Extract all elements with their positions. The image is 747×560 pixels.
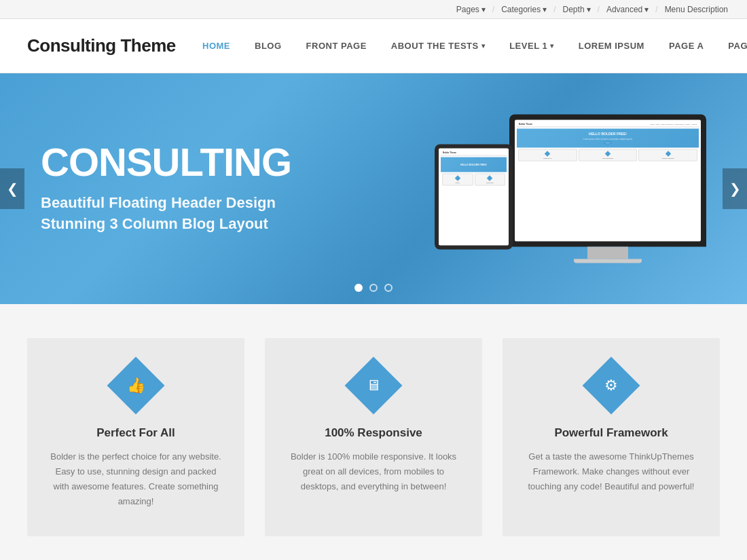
feature-card-3: ⚙ Powerful Framework Get a taste the awe… <box>503 338 720 536</box>
divider-4: / <box>654 5 659 14</box>
hero-slider: ❮ CONSULTING Beautiful Floating Header D… <box>0 73 747 304</box>
divider-3: / <box>596 5 601 14</box>
admin-pages[interactable]: Pages ▾ <box>451 5 491 14</box>
nav-home[interactable]: HOME <box>190 41 242 51</box>
nav-lorem-ipsum[interactable]: LOREM IPSUM <box>566 41 657 51</box>
mini-tablet-cards: Perfect Responsive <box>441 174 507 186</box>
prev-arrow-icon: ❮ <box>7 181 18 197</box>
site-logo[interactable]: Consulting Theme <box>27 35 190 56</box>
mini-tablet-card-1: Perfect <box>442 174 473 186</box>
divider-1: / <box>491 5 496 14</box>
mini-nav-item: BLOG <box>656 124 660 126</box>
gear-icon: ⚙ <box>604 377 618 394</box>
feature-card-1: 👍 Perfect For All Bolder is the perfect … <box>27 338 244 536</box>
mini-cards: Perfect For All 100% Responsive Powerful… <box>517 149 699 162</box>
mini-card-3: Powerful Framework <box>638 149 697 162</box>
mini-btn: Button <box>604 141 612 145</box>
mini-hero-subtitle: Lorem ipsum dolor sit amet, consectetur … <box>583 138 632 141</box>
tablet-mockup: Bolder Theme HELLO BOLDER FREE! Perfect <box>435 145 513 250</box>
feature-desc-2: Bolder is 100% mobile responsive. It loo… <box>285 449 462 494</box>
slider-dot-1[interactable] <box>354 284 363 292</box>
next-arrow-icon: ❯ <box>729 181 741 197</box>
monitor-icon: 🖥 <box>366 377 381 394</box>
depth-arrow: ▾ <box>587 5 591 14</box>
feature-desc-3: Get a taste the awesome ThinkUpThemes Fr… <box>523 449 699 494</box>
mini-site-monitor: Bolder Theme HOME BLOG ABOUT THE TESTS L… <box>515 120 701 164</box>
feature-icon-2: 🖥 <box>345 357 403 415</box>
mini-tablet-hero: HELLO BOLDER FREE! <box>441 157 507 172</box>
feature-title-1: Perfect For All <box>96 426 175 440</box>
mini-hero-title: HELLO BOLDER FREE! <box>583 132 632 136</box>
mini-tablet-card-text-2: Responsive <box>477 182 504 184</box>
mini-hero-text: HELLO BOLDER FREE! Lorem ipsum dolor sit… <box>583 132 632 145</box>
admin-bar: Pages ▾ / Categories ▾ / Depth ▾ / Advan… <box>0 0 747 19</box>
slider-prev-button[interactable]: ❮ <box>0 168 24 209</box>
mini-card-text-3: Powerful Framework <box>640 157 695 160</box>
mini-tablet-diamond-1 <box>455 175 460 181</box>
admin-advanced[interactable]: Advanced ▾ <box>601 5 654 14</box>
admin-depth[interactable]: Depth ▾ <box>558 5 596 14</box>
thumbs-up-icon: 👍 <box>127 377 145 394</box>
admin-menu-description[interactable]: Menu Description <box>659 5 733 14</box>
advanced-arrow: ▾ <box>644 5 649 14</box>
mini-tablet-header: Bolder Theme <box>441 151 507 156</box>
slider-next-button[interactable]: ❯ <box>723 168 747 209</box>
feature-icon-3: ⚙ <box>583 357 640 415</box>
admin-categories[interactable]: Categories ▾ <box>496 5 552 14</box>
slider-dot-2[interactable] <box>369 284 378 292</box>
depth-label: Depth <box>563 5 585 14</box>
hero-subtitle-line1: Beautiful Floating Header Design <box>41 193 291 214</box>
mini-tablet-diamond-2 <box>487 175 492 181</box>
hero-title: CONSULTING <box>41 143 291 182</box>
slider-dot-3[interactable] <box>384 284 393 292</box>
mini-tablet-hero-text: HELLO BOLDER FREE! <box>460 163 487 166</box>
tablet-outer: Bolder Theme HELLO BOLDER FREE! Perfect <box>435 145 513 250</box>
feature-icon-1: 👍 <box>107 357 165 415</box>
menu-description-label: Menu Description <box>665 5 728 14</box>
nav-about-tests[interactable]: ABOUT THE TESTS ▾ <box>379 41 497 51</box>
mini-nav-item: ABOUT THE TESTS <box>661 124 673 126</box>
pages-arrow: ▾ <box>481 5 486 14</box>
mini-site-tablet: Bolder Theme HELLO BOLDER FREE! Perfect <box>439 149 509 188</box>
mini-nav: HOME BLOG ABOUT THE TESTS LOREM IPSUM PA… <box>651 124 697 126</box>
about-tests-arrow: ▾ <box>481 42 486 50</box>
monitor-screen-inner: Bolder Theme HOME BLOG ABOUT THE TESTS L… <box>515 120 701 242</box>
monitor-stand <box>587 247 628 259</box>
hero-devices: Bolder Theme HOME BLOG ABOUT THE TESTS L… <box>509 115 706 263</box>
mini-hero: HELLO BOLDER FREE! Lorem ipsum dolor sit… <box>517 129 699 148</box>
level1-arrow: ▾ <box>550 42 554 50</box>
feature-title-2: 100% Responsive <box>325 426 422 440</box>
advanced-label: Advanced <box>606 5 642 14</box>
feature-title-3: Powerful Framework <box>554 426 668 440</box>
feature-card-2: 🖥 100% Responsive Bolder is 100% mobile … <box>265 338 482 536</box>
mini-card-1: Perfect For All <box>518 149 577 162</box>
hero-subtitle-line2: Stunning 3 Column Blog Layout <box>41 214 291 235</box>
nav-front-page[interactable]: FRONT PAGE <box>294 41 379 51</box>
mini-logo: Bolder Theme <box>519 123 532 126</box>
site-header: Consulting Theme HOME BLOG FRONT PAGE AB… <box>0 19 747 73</box>
mini-nav-item: LOREM IPSUM <box>674 124 684 126</box>
monitor-mockup: Bolder Theme HOME BLOG ABOUT THE TESTS L… <box>509 115 706 263</box>
features-section: 👍 Perfect For All Bolder is the perfect … <box>0 304 747 560</box>
hero-content: CONSULTING Beautiful Floating Header Des… <box>41 143 291 235</box>
nav-page-a[interactable]: PAGE A <box>657 41 716 51</box>
nav-page-b[interactable]: PAGE B <box>716 41 747 51</box>
mini-header: Bolder Theme HOME BLOG ABOUT THE TESTS L… <box>517 122 699 128</box>
mini-card-2: 100% Responsive <box>579 149 638 162</box>
nav-blog[interactable]: BLOG <box>242 41 294 51</box>
nav-level1[interactable]: LEVEL 1 ▾ <box>497 41 566 51</box>
mini-nav-item: HOME <box>651 124 655 126</box>
mini-tablet-card-text-1: Perfect <box>444 182 471 184</box>
monitor-base <box>574 259 642 263</box>
slider-dots <box>354 284 393 292</box>
mini-tablet-logo: Bolder Theme <box>443 151 456 154</box>
categories-label: Categories <box>501 5 541 14</box>
mini-nav-item: PAGE B <box>692 124 697 126</box>
pages-label: Pages <box>456 5 479 14</box>
categories-arrow: ▾ <box>543 5 547 14</box>
mini-card-text-2: 100% Responsive <box>581 157 636 160</box>
mini-card-diamond-3 <box>665 151 670 156</box>
monitor-screen-outer: Bolder Theme HOME BLOG ABOUT THE TESTS L… <box>509 115 706 247</box>
mini-card-text-1: Perfect For All <box>520 157 575 160</box>
mini-card-diamond-2 <box>605 151 611 156</box>
